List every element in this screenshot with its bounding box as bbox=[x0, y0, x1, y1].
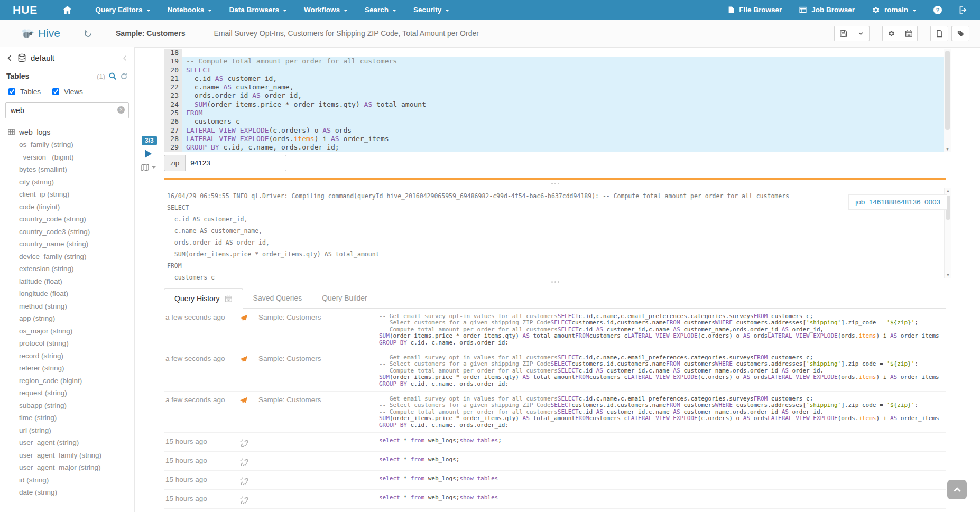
column-item[interactable]: bytes (smallint) bbox=[19, 163, 134, 176]
database-name[interactable]: default bbox=[31, 53, 54, 62]
column-item[interactable]: user_agent_family (string) bbox=[19, 449, 134, 462]
nav-menu-notebooks[interactable]: Notebooks bbox=[159, 0, 221, 20]
settings-button[interactable] bbox=[882, 26, 900, 41]
refresh-icon[interactable] bbox=[120, 72, 128, 80]
editor-scrollbar[interactable]: ▼ bbox=[944, 49, 951, 152]
column-item[interactable]: user_agent (string) bbox=[19, 436, 134, 449]
history-row[interactable]: 15 hours agoselect * from web_logs;show … bbox=[164, 509, 946, 512]
editor-code[interactable]: LATERAL VIEW EXPLODE(ords.items) i AS or… bbox=[182, 135, 944, 143]
editor-code[interactable]: GROUP BY c.id, c.name, ords.order_id; bbox=[182, 143, 944, 152]
filter-tables-checkbox[interactable]: Tables bbox=[6, 87, 41, 97]
editor-code[interactable]: c.name AS customer_name, bbox=[182, 83, 944, 91]
search-icon[interactable] bbox=[108, 72, 117, 80]
calendar-clear-icon[interactable] bbox=[225, 295, 233, 303]
resize-grip[interactable] bbox=[164, 183, 946, 184]
column-item[interactable]: referer (string) bbox=[19, 362, 134, 375]
history-sql[interactable]: -- Get email survey opt-in values for al… bbox=[379, 313, 946, 346]
column-item[interactable]: os_major (string) bbox=[19, 325, 134, 338]
new-query-button[interactable] bbox=[930, 26, 948, 41]
column-item[interactable]: time (string) bbox=[19, 412, 134, 424]
column-item[interactable]: code (tinyint) bbox=[19, 201, 134, 213]
column-item[interactable]: request (string) bbox=[19, 387, 134, 399]
clear-search-icon[interactable]: × bbox=[117, 106, 125, 114]
query-history-icon[interactable] bbox=[84, 29, 93, 38]
editor-code[interactable]: LATERAL VIEW EXPLODE(c.orders) o AS ords bbox=[182, 126, 944, 135]
column-item[interactable]: record (string) bbox=[19, 350, 134, 362]
variable-input[interactable]: 94123 bbox=[185, 155, 286, 171]
nav-menu-search[interactable]: Search bbox=[356, 0, 405, 20]
editor-code[interactable]: c.id AS customer_id, bbox=[182, 75, 944, 83]
history-row[interactable]: a few seconds agoSample: Customers-- Get… bbox=[164, 309, 946, 350]
nav-menu-query-editors[interactable]: Query Editors bbox=[87, 0, 159, 20]
scroll-down-icon[interactable]: ▼ bbox=[945, 273, 951, 277]
history-row[interactable]: 15 hours agoselect * from web_logs; bbox=[164, 452, 946, 471]
filter-views-checkbox[interactable]: Views bbox=[50, 87, 83, 97]
column-item[interactable]: latitude (float) bbox=[19, 275, 134, 288]
schedule-button[interactable] bbox=[900, 26, 918, 41]
column-item[interactable]: _version_ (bigint) bbox=[19, 151, 134, 164]
resize-grip[interactable] bbox=[164, 281, 946, 283]
job-browser-link[interactable]: Job Browser bbox=[799, 0, 855, 20]
tab-saved-queries[interactable]: Saved Queries bbox=[243, 288, 312, 308]
hue-logo[interactable]: HUE bbox=[13, 4, 38, 16]
column-item[interactable]: country_name (string) bbox=[19, 238, 134, 250]
nav-menu-workflows[interactable]: Workflows bbox=[295, 0, 356, 20]
navigator-map-button[interactable] bbox=[141, 163, 156, 172]
history-row[interactable]: a few seconds agoSample: Customers-- Get… bbox=[164, 350, 946, 392]
file-browser-link[interactable]: File Browser bbox=[727, 0, 782, 20]
nav-menu-data-browsers[interactable]: Data Browsers bbox=[220, 0, 295, 20]
column-item[interactable]: extension (string) bbox=[19, 263, 134, 275]
editor-code[interactable]: FROM bbox=[182, 109, 944, 117]
job-link[interactable]: job_1461888648136_0003 bbox=[848, 194, 947, 210]
editor-code[interactable]: -- Compute total amount per order for al… bbox=[182, 57, 944, 66]
column-item[interactable]: city (string) bbox=[19, 176, 134, 189]
column-item[interactable]: client_ip (string) bbox=[19, 188, 134, 201]
scroll-to-top-button[interactable] bbox=[947, 480, 967, 499]
execute-button[interactable] bbox=[145, 150, 152, 158]
history-sql[interactable]: select * from web_logs;show tables; bbox=[379, 437, 946, 447]
table-item-web-logs[interactable]: web_logs bbox=[7, 128, 127, 136]
history-row[interactable]: 15 hours agoselect * from web_logs;show … bbox=[164, 490, 946, 509]
hive-brand[interactable]: Hive bbox=[20, 27, 60, 40]
column-item[interactable]: longitude (float) bbox=[19, 287, 134, 300]
column-item[interactable]: user_agent_major (string) bbox=[19, 461, 134, 474]
column-item[interactable]: method (string) bbox=[19, 300, 134, 313]
history-sql[interactable]: -- Get email survey opt-in values for al… bbox=[379, 396, 946, 429]
scroll-down-icon[interactable]: ▼ bbox=[944, 147, 951, 152]
editor-code[interactable] bbox=[182, 49, 944, 57]
back-chevron-icon[interactable] bbox=[6, 54, 13, 62]
scroll-up-icon[interactable]: ▲ bbox=[945, 189, 951, 193]
history-row[interactable]: a few seconds agoSample: Customers-- Get… bbox=[164, 392, 946, 433]
history-sql[interactable]: -- Get email survey opt-in values for al… bbox=[379, 355, 946, 387]
help-icon[interactable]: ? bbox=[933, 6, 942, 14]
history-row[interactable]: 15 hours agoselect * from web_logs;show … bbox=[164, 433, 946, 452]
tab-query-history[interactable]: Query History bbox=[164, 288, 243, 309]
save-button[interactable] bbox=[834, 26, 852, 41]
sign-out-icon[interactable] bbox=[959, 6, 967, 14]
home-icon[interactable] bbox=[57, 0, 78, 20]
save-dropdown-button[interactable] bbox=[852, 26, 870, 41]
column-item[interactable]: os_family (string) bbox=[19, 138, 134, 151]
column-item[interactable]: device_family (string) bbox=[19, 250, 134, 263]
history-sql[interactable]: select * from web_logs; bbox=[379, 457, 946, 466]
column-item[interactable]: date (string) bbox=[19, 486, 134, 499]
tag-icon[interactable] bbox=[951, 26, 969, 41]
column-item[interactable]: protocol (string) bbox=[19, 337, 134, 350]
column-item[interactable]: country_code3 (string) bbox=[19, 226, 134, 238]
column-item[interactable]: app (string) bbox=[19, 312, 134, 325]
column-item[interactable]: url (string) bbox=[19, 424, 134, 437]
collapse-sidebar-icon[interactable] bbox=[122, 55, 128, 61]
editor-code[interactable]: customers c bbox=[182, 117, 944, 126]
nav-menu-security[interactable]: Security bbox=[405, 0, 458, 20]
editor-code[interactable]: ords.order_id AS order_id, bbox=[182, 91, 944, 100]
design-name[interactable]: Sample: Customers bbox=[116, 29, 185, 38]
column-item[interactable]: country_code (string) bbox=[19, 213, 134, 226]
history-sql[interactable]: select * from web_logs;show tables bbox=[379, 495, 946, 504]
column-item[interactable]: subapp (string) bbox=[19, 399, 134, 412]
views-checkbox-input[interactable] bbox=[52, 88, 59, 95]
column-item[interactable]: id (string) bbox=[19, 474, 134, 487]
history-row[interactable]: 15 hours agoselect * from web_logs;show … bbox=[164, 471, 946, 490]
editor-code[interactable]: SUM(order_items.price * order_items.qty)… bbox=[182, 100, 944, 109]
column-item[interactable]: region_code (bigint) bbox=[19, 375, 134, 387]
history-sql[interactable]: select * from web_logs;show tables bbox=[379, 476, 946, 485]
